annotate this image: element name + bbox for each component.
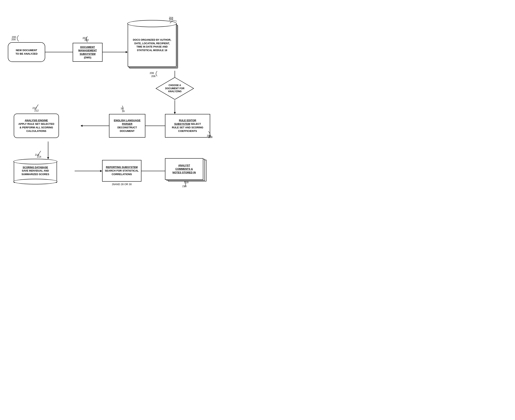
label-204: 204	[169, 18, 173, 21]
svg-marker-13	[47, 157, 49, 159]
english-parser-label: ENGLISH LANGUAGEPARSERDECONSTRUCTDOCUMEN…	[114, 119, 141, 133]
label-26and: 26AND 28 OR 30	[102, 183, 141, 186]
choose-doc-diamond: CHOOSE ADOCUMENT FORANALYZING	[155, 77, 194, 100]
dms-label: DOCUMENTMANAGEMENTSUBSYSTEM(DMS)	[78, 45, 97, 59]
label-16: 16	[122, 110, 125, 112]
svg-marker-3	[126, 51, 128, 53]
english-parser-box: ENGLISH LANGUAGEPARSERDECONSTRUCTDOCUMEN…	[109, 114, 145, 138]
new-document-box: NEW DOCUMENTTO BE ANALYZED	[8, 42, 45, 62]
rule-editor-box: RULE EDITORSUBSYSTEM SELECTRULE SET AND …	[165, 114, 210, 138]
label-212: 212	[34, 109, 39, 112]
scoring-db-label: SCORING DATABASESAVE INDIVIDUAL ANDSUMMA…	[22, 166, 49, 176]
svg-marker-7	[174, 112, 176, 114]
svg-text:218: 218	[182, 185, 187, 188]
label-214: 214	[37, 155, 41, 158]
label-202: 202	[84, 38, 89, 41]
new-document-label: NEW DOCUMENTTO BE ANALYZED	[15, 49, 37, 55]
label-218: 218	[184, 181, 189, 184]
reporting-box: REPORTING SUBSYSTEMSEARCH FOR STATISTICA…	[102, 160, 141, 182]
svg-text:16: 16	[121, 107, 123, 110]
analysis-engine-label: ANALYSIS ENGINEAPPLY RULE SET SELECTED& …	[18, 119, 54, 133]
svg-text:206: 206	[150, 72, 154, 75]
diagram: NEW DOCUMENTTO BE ANALYZED 200 DOCUMENTM…	[0, 0, 258, 210]
dms-box: DOCUMENTMANAGEMENTSUBSYSTEM(DMS)	[73, 43, 103, 62]
reporting-label: REPORTING SUBSYSTEMSEARCH FOR STATISTICA…	[105, 165, 139, 176]
label-206: 206	[151, 75, 155, 78]
choose-doc-label: CHOOSE ADOCUMENT FORANALYZING	[165, 84, 184, 93]
label-208: 208	[208, 136, 213, 139]
analysis-engine-box: ANALYSIS ENGINEAPPLY RULE SET SELECTED& …	[14, 114, 59, 138]
svg-marker-15	[100, 170, 102, 172]
label-200: 200	[11, 38, 16, 41]
docs-db-label: DOCS ORGANIZED BY AUTHOR,DATE, LOCATION,…	[133, 38, 171, 52]
rule-editor-label: RULE EDITORSUBSYSTEM SELECTRULE SET AND …	[172, 119, 203, 133]
analyst-label: ANALYSTCOMMENTS &NOTES STORED IN	[172, 164, 196, 174]
svg-marker-11	[81, 125, 82, 127]
